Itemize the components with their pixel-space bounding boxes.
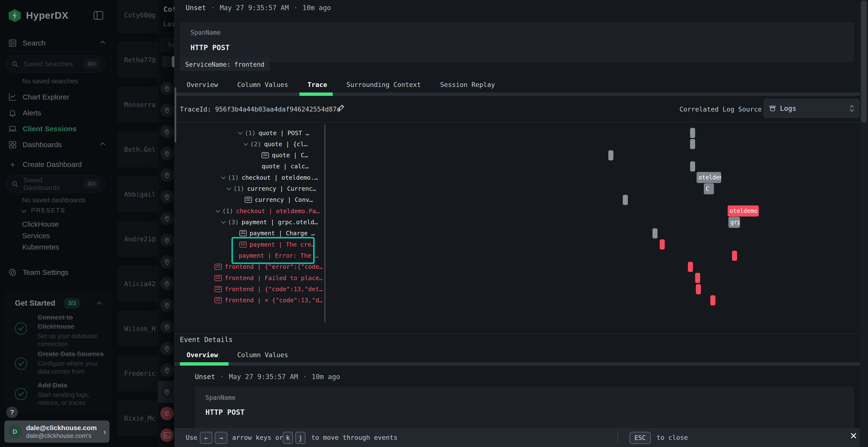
terminal-icon[interactable] <box>160 428 174 442</box>
edit-pencil-icon[interactable] <box>337 104 345 112</box>
waterfall-bar[interactable] <box>690 128 695 138</box>
trace-log-row[interactable]: frontend | × {"code":13,"d… <box>215 295 322 306</box>
left-arrow-key: ← <box>200 432 212 444</box>
trace-log-row[interactable]: quote | C… <box>261 150 308 161</box>
span-label: quote | calc… <box>261 163 309 170</box>
waterfall-bar[interactable]: oteldemo. <box>696 172 721 183</box>
location-pin-icon[interactable] <box>160 364 174 377</box>
selected-span-highlight <box>231 237 315 264</box>
check-circle-icon <box>15 358 27 370</box>
event-header-line: Unset · May 27 9:35:57 AM · 10m ago <box>195 373 340 381</box>
waterfall-bar[interactable] <box>623 195 628 205</box>
waterfall-bar[interactable]: C <box>704 183 714 194</box>
trace-span-row[interactable]: (1)checkout | oteldemo.… <box>222 172 318 183</box>
tab-surrounding-context[interactable]: Surrounding Context <box>340 77 428 93</box>
waterfall-bar[interactable] <box>660 239 665 249</box>
drawer-scrollbar[interactable] <box>175 88 176 142</box>
close-drawer-button[interactable]: ✕ <box>850 431 858 441</box>
location-pin-icon[interactable] <box>160 385 174 399</box>
footer-divider <box>618 432 618 444</box>
chevron-down-icon[interactable] <box>227 186 231 190</box>
trace-log-row[interactable]: currency | Conv… <box>245 194 313 205</box>
trace-log-row[interactable]: frontend | Failed to place… <box>215 272 322 283</box>
span-label: quote | C… <box>272 152 308 159</box>
child-count: (1) <box>245 130 255 137</box>
span-label: frontend | {"error":{"code… <box>225 263 322 270</box>
waterfall-bar[interactable] <box>690 161 695 171</box>
log-document-icon <box>215 286 222 292</box>
log-document-icon <box>215 264 222 270</box>
event-tab-column-values[interactable]: Column Values <box>230 347 295 363</box>
span-label: frontend | Failed to place… <box>225 275 322 281</box>
child-count: (1) <box>234 185 244 192</box>
span-label: quote | POST … <box>258 130 309 137</box>
check-circle-icon <box>15 388 27 400</box>
event-tab-overview[interactable]: Overview <box>180 347 225 363</box>
footer-text: Use <box>186 434 197 441</box>
trace-span-row[interactable]: (1)currency | Currenc… <box>227 183 316 194</box>
waterfall-bar[interactable]: grp <box>728 217 740 228</box>
waterfall-bar[interactable] <box>695 273 700 283</box>
footer-text: to close <box>656 434 688 441</box>
trace-span-tree: (1)quote | POST …(2)quote | {cl…quote | … <box>0 0 323 334</box>
trace-span-row[interactable]: (1)quote | POST … <box>239 128 309 138</box>
span-label: frontend | × {"code":13,"d… <box>225 297 322 304</box>
location-pin-icon[interactable] <box>160 342 174 355</box>
chevron-down-icon[interactable] <box>221 219 225 224</box>
tree-scrollbar[interactable] <box>324 124 326 323</box>
chevron-right-icon: › <box>103 427 106 437</box>
trace-span-row[interactable]: quote | calc… <box>261 161 309 172</box>
get-started-item[interactable]: Add Data Start sending logs, metrics, or… <box>38 381 106 407</box>
tab-session-replay[interactable]: Session Replay <box>434 77 502 93</box>
trace-log-row[interactable]: frontend | {"code":13,"det… <box>215 284 322 295</box>
waterfall-bar[interactable] <box>608 150 613 161</box>
user-name: Dixie_Mc <box>117 414 156 422</box>
chevron-down-icon[interactable] <box>221 175 225 179</box>
tab-underline-track <box>174 362 860 366</box>
network-request-icon[interactable] <box>160 407 174 420</box>
footer-text: arrow keys or <box>232 434 283 441</box>
task-title: Create Data Sources <box>38 349 106 358</box>
get-started-item[interactable]: Create Data Sources Configure where your… <box>38 349 106 375</box>
log-document-icon <box>215 297 222 303</box>
task-subtitle: Start sending logs, metrics, or traces <box>38 391 106 407</box>
dropdown-value: Logs <box>780 105 845 112</box>
user-org: dale@clickhouse.com's <box>26 432 97 439</box>
waterfall-bar[interactable] <box>710 295 715 305</box>
child-count: (2) <box>250 141 261 148</box>
timestamp-text: May 27 9:35:57 AM <box>229 373 298 381</box>
waterfall-bar[interactable] <box>688 262 693 272</box>
span-label: frontend | {"code":13,"det… <box>225 286 322 293</box>
user-name: Frederic <box>117 370 156 377</box>
session-user-card[interactable]: Frederic <box>117 355 158 391</box>
trace-span-row[interactable]: (1)checkout | oteldemo.Pa… <box>216 205 319 216</box>
child-count: (3) <box>228 219 239 226</box>
user-account-pill[interactable]: D dale@clickhouse.com dale@clickhouse.co… <box>4 420 110 443</box>
log-document-icon <box>240 230 247 236</box>
trace-span-row[interactable]: (2)quote | {cl… <box>244 138 308 149</box>
chevron-down-icon[interactable] <box>244 141 248 145</box>
span-label: checkout | oteldemo.Pa… <box>236 208 319 215</box>
span-label: payment | grpc.oteld… <box>242 219 318 226</box>
window-scrollbar[interactable] <box>860 0 868 447</box>
waterfall-bar[interactable]: oteldemo. <box>728 205 759 216</box>
j-key: j <box>296 432 306 444</box>
span-label: currency | Conv… <box>255 196 313 203</box>
right-arrow-key: → <box>215 432 227 444</box>
session-user-card[interactable]: Dixie_Mc <box>117 400 158 436</box>
trace-span-row[interactable]: (3)payment | grpc.oteld… <box>222 217 318 228</box>
waterfall-bar[interactable] <box>696 284 701 294</box>
logs-archive-icon <box>769 105 776 112</box>
log-source-dropdown[interactable]: Logs <box>764 99 859 117</box>
log-document-icon <box>215 275 222 281</box>
footer-text: to move through events <box>311 434 398 441</box>
waterfall-bar[interactable] <box>732 251 737 261</box>
task-subtitle: Configure where your data comes from <box>38 359 106 375</box>
select-chevrons-icon <box>849 104 854 112</box>
chevron-down-icon[interactable] <box>238 130 242 134</box>
waterfall-bar[interactable] <box>690 139 695 149</box>
chevron-down-icon[interactable] <box>216 208 220 212</box>
scrollbar-thumb[interactable] <box>861 0 867 123</box>
waterfall-bar[interactable] <box>652 228 657 238</box>
help-button[interactable]: ? <box>6 407 18 418</box>
